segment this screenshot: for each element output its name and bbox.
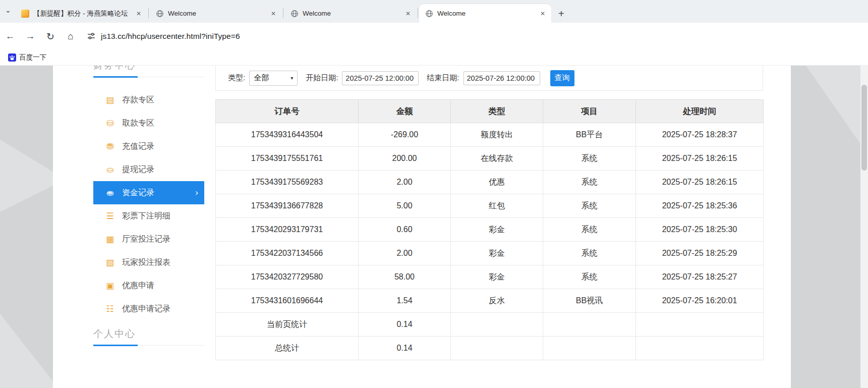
recharge-records-icon: ⛃	[104, 141, 115, 152]
col-order-number: 订单号	[216, 100, 359, 123]
sidebar-item-funds-records[interactable]: ⛂ 资金记录 ›	[93, 181, 204, 204]
section-personal-center: 个人中心	[93, 327, 204, 346]
watermark-triangle	[0, 283, 53, 388]
type-label: 类型:	[228, 73, 245, 83]
sidebar-item-recharge-records[interactable]: ⛃ 充值记录 ›	[93, 135, 204, 158]
section-finance-center: 财务中心	[93, 66, 204, 77]
bookmark-baidu[interactable]: 百度一下	[5, 52, 49, 63]
query-button[interactable]: 查询	[550, 70, 574, 86]
forum-note-icon	[21, 10, 29, 18]
deposit-icon: ▤	[104, 95, 115, 105]
promo-records-icon: ☷	[104, 304, 115, 314]
chevron-right-icon: ›	[195, 188, 198, 198]
end-date-label: 结束日期:	[427, 73, 459, 83]
sidebar-item-promo-apply-records[interactable]: ☷ 优惠申请记录 ›	[93, 297, 204, 320]
start-date-label: 开始日期:	[306, 73, 338, 83]
sidebar: 财务中心 ▤ 存款专区 › ⛁ 取款专区 › ⛃ 充值记录 ›	[93, 66, 204, 346]
site-settings-icon[interactable]	[87, 32, 96, 41]
tabs: 【新提醒】积分 - 海燕策略论坛 ✕ Welcome ✕ Welcome ✕ W…	[15, 0, 564, 23]
funds-records-table: 订单号 金额 类型 项目 处理时间 1753439316443504-269.0…	[215, 99, 764, 360]
withdrawal-records-icon: ⛀	[104, 164, 115, 175]
promo-apply-icon: ▣	[104, 281, 115, 291]
new-tab-button[interactable]: +	[558, 9, 564, 19]
address-bar[interactable]: js13.cc/hhcp/usercenter.html?iniType=6	[101, 32, 240, 41]
sidebar-item-promo-apply[interactable]: ▣ 优惠申请 ›	[93, 274, 204, 297]
tab-search-chevron-icon[interactable]: ⌄	[5, 6, 11, 14]
tab-welcome-1[interactable]: Welcome ✕	[150, 4, 282, 23]
watermark-triangle	[806, 66, 860, 182]
table-row: 175342032772958058.00彩金系统2025-07-25 18:2…	[216, 265, 764, 289]
close-icon[interactable]: ✕	[134, 9, 143, 18]
tab-forum[interactable]: 【新提醒】积分 - 海燕策略论坛 ✕	[15, 4, 147, 23]
sidebar-item-lottery-bet-details[interactable]: ☰ 彩票下注明细 ›	[93, 204, 204, 228]
navigation-bar: ← → ↻ ⌂ js13.cc/hhcp/usercenter.html?ini…	[0, 23, 868, 50]
main-panel: 类型: 全部 ▾ 开始日期: 结束日期: 查询 订单号 金额 类型	[215, 66, 763, 360]
table-row: 17534316016966441.54反水BB视讯2025-07-25 16:…	[216, 289, 764, 313]
page-content: 财务中心 ▤ 存款专区 › ⛁ 取款专区 › ⛃ 充值记录 ›	[0, 66, 868, 388]
scrollbar-track[interactable]	[860, 66, 868, 388]
col-project: 项目	[543, 100, 636, 123]
browser-window: ⌄ 【新提醒】积分 - 海燕策略论坛 ✕ Welcome ✕ Welcome ✕	[0, 0, 868, 388]
table-header-row: 订单号 金额 类型 项目 处理时间	[216, 100, 764, 123]
tab-separator	[148, 8, 149, 18]
watermark-triangle	[0, 121, 53, 227]
close-icon[interactable]: ✕	[403, 9, 413, 18]
tab-title: 【新提醒】积分 - 海燕策略论坛	[33, 9, 130, 18]
hall-bet-records-icon: ▦	[104, 234, 115, 245]
globe-icon	[156, 10, 164, 18]
sidebar-item-player-bet-report[interactable]: ▧ 玩家投注报表 ›	[93, 251, 204, 274]
table-row: 17534220371345662.00彩金系统2025-07-25 18:25…	[216, 242, 764, 265]
type-select[interactable]: 全部 ▾	[249, 71, 298, 86]
tab-title: Welcome	[168, 10, 265, 17]
bookmarks-bar: 百度一下	[0, 50, 868, 66]
tab-separator	[283, 8, 283, 18]
filter-bar: 类型: 全部 ▾ 开始日期: 结束日期: 查询	[215, 66, 763, 91]
table-row: 1753439316443504-269.00额度转出BB平台2025-07-2…	[216, 123, 764, 147]
sidebar-item-deposit[interactable]: ▤ 存款专区 ›	[93, 88, 204, 112]
bookmark-label: 百度一下	[19, 53, 46, 62]
sidebar-item-withdraw[interactable]: ⛁ 取款专区 ›	[93, 112, 204, 135]
tab-title: Welcome	[437, 10, 534, 17]
page-right-margin	[791, 66, 860, 388]
withdraw-icon: ⛁	[104, 118, 115, 129]
tab-title: Welcome	[303, 10, 399, 17]
scrollbar-thumb[interactable]	[861, 85, 867, 171]
tab-strip: ⌄ 【新提醒】积分 - 海燕策略论坛 ✕ Welcome ✕ Welcome ✕	[0, 0, 868, 23]
sidebar-item-hall-bet-records[interactable]: ▦ 厅室投注记录 ›	[93, 228, 204, 251]
close-icon[interactable]: ✕	[538, 9, 547, 18]
page-left-margin	[0, 66, 53, 388]
end-date-input[interactable]	[464, 71, 540, 85]
baidu-paw-icon	[8, 53, 16, 62]
table-row: 17534391366778285.00红包系统2025-07-25 18:25…	[216, 194, 764, 218]
funds-records-icon: ⛂	[104, 188, 115, 198]
globe-icon	[291, 10, 299, 18]
chevron-down-icon: ▾	[291, 75, 293, 81]
globe-icon	[425, 10, 433, 18]
forward-icon[interactable]: →	[20, 31, 40, 42]
close-icon[interactable]: ✕	[269, 9, 278, 18]
tab-separator	[418, 8, 418, 18]
sidebar-menu: ▤ 存款专区 › ⛁ 取款专区 › ⛃ 充值记录 › ⛀ 提现记录 ›	[93, 88, 204, 320]
table-row-total-summary: 总统计0.14	[216, 337, 764, 360]
reload-icon[interactable]: ↻	[40, 31, 61, 42]
table-row: 17534391755692832.00优惠系统2025-07-25 18:26…	[216, 171, 764, 194]
col-type: 类型	[451, 100, 543, 123]
back-icon[interactable]: ←	[0, 31, 20, 42]
lottery-details-icon: ☰	[104, 211, 115, 221]
table-row: 17534202931797310.60彩金系统2025-07-25 18:25…	[216, 218, 764, 242]
table-row-page-summary: 当前页统计0.14	[216, 313, 764, 337]
table-row: 1753439175551761200.00在线存款系统2025-07-25 1…	[216, 147, 764, 171]
tab-welcome-2[interactable]: Welcome ✕	[284, 4, 417, 23]
start-date-input[interactable]	[342, 71, 419, 85]
tab-welcome-active[interactable]: Welcome ✕	[419, 4, 551, 23]
col-amount: 金额	[359, 100, 451, 123]
sidebar-item-withdrawal-records[interactable]: ⛀ 提现记录 ›	[93, 158, 204, 181]
player-report-icon: ▧	[104, 257, 115, 268]
col-process-time: 处理时间	[636, 100, 764, 123]
home-icon[interactable]: ⌂	[61, 31, 81, 42]
type-select-value: 全部	[254, 73, 291, 83]
